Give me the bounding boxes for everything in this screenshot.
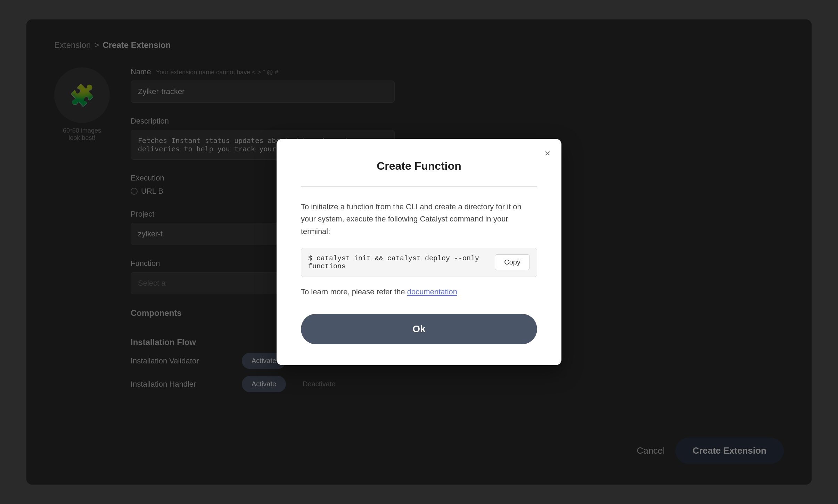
- modal-divider: [301, 186, 537, 187]
- modal-title: Create Function: [301, 160, 537, 173]
- command-text: $ catalyst init && catalyst deploy --onl…: [308, 254, 488, 270]
- modal-ref-text: To learn more, please refer the document…: [301, 287, 537, 296]
- modal-ref-before: To learn more, please refer the: [301, 287, 407, 296]
- ok-button[interactable]: Ok: [301, 314, 537, 344]
- modal-body-text: To initialize a function from the CLI an…: [301, 201, 537, 237]
- documentation-link[interactable]: documentation: [407, 287, 457, 296]
- app-container: Extension > Create Extension 🧩 60*60 ima…: [26, 19, 812, 485]
- create-function-modal: × Create Function To initialize a functi…: [277, 139, 561, 365]
- copy-button[interactable]: Copy: [495, 254, 530, 270]
- modal-overlay: × Create Function To initialize a functi…: [26, 19, 812, 485]
- command-box: $ catalyst init && catalyst deploy --onl…: [301, 248, 537, 277]
- modal-close-button[interactable]: ×: [545, 149, 550, 158]
